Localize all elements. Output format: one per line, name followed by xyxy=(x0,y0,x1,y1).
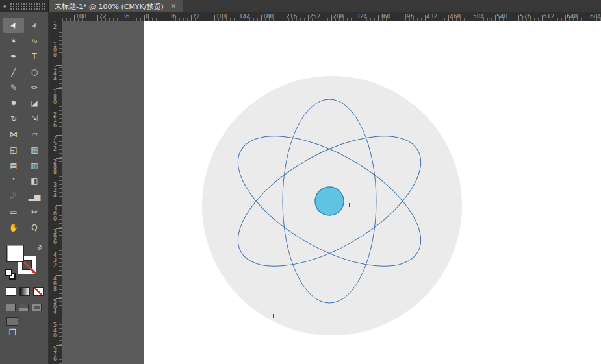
ruler-label: 324 xyxy=(52,182,58,198)
lasso-tool[interactable]: ∿ xyxy=(24,33,45,49)
blob-brush-tool-icon: ✹ xyxy=(10,99,17,107)
ruler-label: 36 xyxy=(122,13,129,19)
stray-anchor-mark[interactable] xyxy=(349,203,350,207)
free-transform-tool-icon: ▱ xyxy=(31,130,37,138)
ruler-label: 72 xyxy=(99,13,106,19)
document-tab[interactable]: 未标题-1* @ 100% (CMYK/预览) × xyxy=(49,0,183,12)
ruler-major-tick xyxy=(97,15,98,21)
symbol-sprayer-tool[interactable]: ☄ xyxy=(3,189,24,204)
gradient-tool[interactable]: ▥ xyxy=(24,158,45,173)
scale-tool[interactable]: ⇲ xyxy=(24,111,45,127)
ruler-major-tick xyxy=(214,15,215,21)
ruler-label: 540 xyxy=(52,322,58,338)
ruler-label: 288 xyxy=(333,13,344,19)
ruler-label: 216 xyxy=(286,13,297,19)
pen-tool[interactable]: ✒ xyxy=(3,49,24,64)
selection-tool[interactable]: ➤ xyxy=(3,18,24,33)
none-button[interactable] xyxy=(33,287,44,296)
magic-wand-tool[interactable]: ✶ xyxy=(3,33,24,49)
ruler-label: 252 xyxy=(309,13,320,19)
paintbrush-tool[interactable]: ✎ xyxy=(3,80,24,95)
eraser-tool-icon: ◪ xyxy=(31,99,38,107)
screen-mode-button[interactable] xyxy=(6,317,18,326)
line-segment-tool[interactable]: ╱ xyxy=(3,64,24,80)
direct-selection-tool-icon: ➢ xyxy=(29,21,39,30)
artwork-layer xyxy=(62,21,601,364)
default-fill-swatch xyxy=(5,269,12,276)
eyedropper-tool[interactable]: ❜ xyxy=(3,173,24,189)
blend-tool[interactable]: ◧ xyxy=(24,173,45,189)
shape-builder-tool-icon: ◱ xyxy=(10,146,17,154)
ruler-major-tick xyxy=(518,15,519,21)
canvas-viewport[interactable] xyxy=(62,21,601,364)
default-fill-stroke-button[interactable] xyxy=(5,269,17,280)
ruler-label: 36 xyxy=(169,13,176,19)
ruler-major-tick xyxy=(589,15,589,21)
column-graph-tool[interactable]: ▂▅ xyxy=(24,189,45,204)
hand-tool-icon: ✋ xyxy=(9,224,19,232)
color-button[interactable] xyxy=(6,287,16,296)
ruler-major-tick xyxy=(402,15,402,21)
shape-builder-tool[interactable]: ◱ xyxy=(3,142,24,158)
ruler-major-tick xyxy=(565,15,566,21)
blend-tool-icon: ◧ xyxy=(31,177,38,185)
slice-tool[interactable]: ✂ xyxy=(24,204,45,220)
scale-tool-icon: ⇲ xyxy=(31,115,38,123)
stray-anchor-mark[interactable] xyxy=(273,314,274,318)
tools-panel: ➤➢✶∿✒T╱○✎✏✹◪↻⇲⋈▱◱▦▤▥❜◧☄▂▅▭✂✋Q ⇄ ❐ xyxy=(0,12,49,364)
ruler-label: 576 xyxy=(520,13,531,19)
ruler-major-tick xyxy=(261,15,262,21)
ruler-major-tick xyxy=(121,15,121,21)
hand-tool[interactable]: ✋ xyxy=(3,220,24,236)
ruler-label: 432 xyxy=(52,252,58,268)
horizontal-ruler[interactable]: 1087236036721081441802162522883243603964… xyxy=(62,12,601,21)
perspective-grid-tool-icon: ▦ xyxy=(31,146,38,154)
ruler-corner[interactable] xyxy=(49,12,62,21)
ruler-label: 432 xyxy=(426,13,437,19)
collapse-panels-icon[interactable]: « xyxy=(3,3,7,10)
free-transform-tool[interactable]: ▱ xyxy=(24,127,45,142)
ruler-major-tick xyxy=(144,15,145,21)
illustrator-window: « 未标题-1* @ 100% (CMYK/预览) × ➤➢✶∿✒T╱○✎✏✹◪… xyxy=(0,0,601,364)
pencil-tool[interactable]: ✏ xyxy=(24,80,45,95)
panel-dock-header: « xyxy=(0,0,49,12)
ruler-label: 504 xyxy=(52,299,58,315)
ruler-label: 180 xyxy=(52,89,58,104)
zoom-tool[interactable]: Q xyxy=(24,220,45,236)
artboard-tool[interactable]: ▭ xyxy=(3,204,24,220)
gradient-button[interactable] xyxy=(19,287,30,296)
paint-style-buttons xyxy=(6,287,44,296)
rotate-tool-icon: ↻ xyxy=(10,115,17,123)
ruler-major-tick xyxy=(331,15,332,21)
draw-inside-mode[interactable] xyxy=(32,304,42,311)
eraser-tool[interactable]: ◪ xyxy=(24,95,45,111)
ruler-label: 108 xyxy=(216,13,227,19)
direct-selection-tool[interactable]: ➢ xyxy=(24,18,45,33)
draw-behind-mode[interactable] xyxy=(19,304,29,311)
nucleus-circle[interactable] xyxy=(315,187,344,215)
ruler-label: 324 xyxy=(356,13,367,19)
ruler-major-tick xyxy=(378,15,379,21)
draw-normal-mode[interactable] xyxy=(6,304,16,311)
vertical-ruler[interactable]: 7210814418021625228832436039643246850454… xyxy=(49,21,62,364)
ruler-label: 72 xyxy=(52,21,58,29)
ellipse-tool[interactable]: ○ xyxy=(24,64,45,80)
ruler-label: 396 xyxy=(52,229,58,245)
ruler-label: 288 xyxy=(52,159,58,175)
perspective-grid-tool[interactable]: ▦ xyxy=(24,142,45,158)
swap-fill-stroke-icon[interactable]: ⇄ xyxy=(35,243,44,252)
fill-stroke-control: ⇄ xyxy=(5,244,44,280)
ruler-label: 468 xyxy=(450,13,461,19)
ruler-label: 0 xyxy=(146,13,149,19)
tab-close-icon[interactable]: × xyxy=(170,2,177,10)
type-tool[interactable]: T xyxy=(24,49,45,64)
rotate-tool[interactable]: ↻ xyxy=(3,111,24,127)
ruler-label: 252 xyxy=(52,136,58,151)
document-tab-title: 未标题-1* @ 100% (CMYK/预览) xyxy=(55,1,164,11)
mesh-tool[interactable]: ▤ xyxy=(3,158,24,173)
column-graph-tool-icon: ▂▅ xyxy=(29,193,40,200)
fill-swatch[interactable] xyxy=(6,245,24,262)
blob-brush-tool[interactable]: ✹ xyxy=(3,95,24,111)
panels-icon[interactable]: ❐ xyxy=(8,328,16,337)
width-tool[interactable]: ⋈ xyxy=(3,127,24,142)
